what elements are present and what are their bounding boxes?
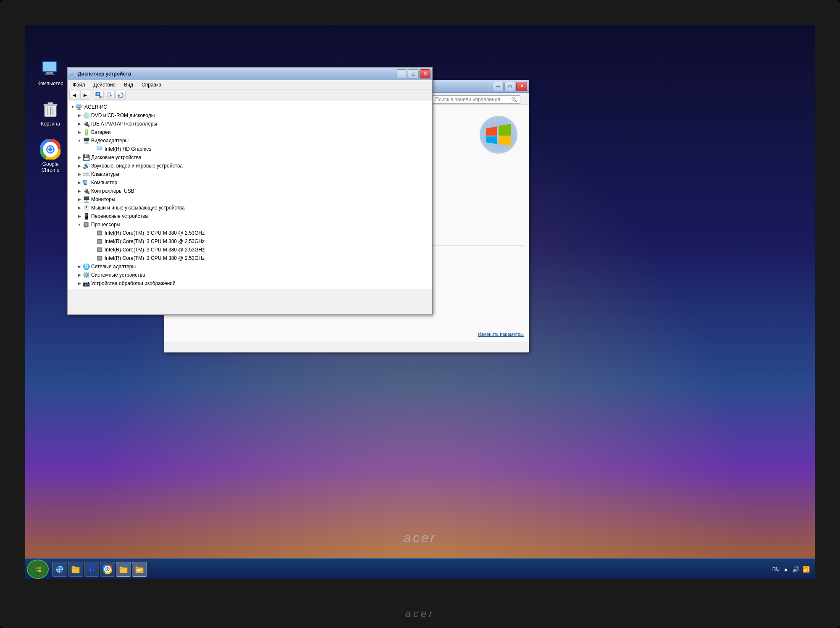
mouse-expand-icon[interactable]: ▶: [76, 204, 83, 211]
cpu2-icon: [96, 238, 103, 245]
cpu4-icon: [96, 255, 103, 262]
tree-item-usb[interactable]: ▶ 🔌 Контроллеры USB: [68, 187, 432, 195]
tree-item-keyboard[interactable]: ▶ ⌨️ Клавиатуры: [68, 170, 432, 178]
tree-item-computer[interactable]: ▶ Компьютер: [68, 178, 432, 187]
tree-item-cpu-3[interactable]: ▶ Intel(R) Core(TM) i3 CPU M 380 @ 2.53G…: [68, 246, 432, 254]
tree-item-cpu[interactable]: ▼: [68, 220, 432, 229]
intel-hd-icon: [96, 146, 103, 152]
tree-item-video[interactable]: ▼ 🖥️ Видеоадаптеры: [68, 136, 432, 145]
tree-item-imaging[interactable]: ▶ 📷 Устройства обработки изображений: [68, 279, 432, 288]
computer-expand-icon[interactable]: ▶: [76, 179, 83, 186]
taskbar-explorer-button[interactable]: [68, 562, 83, 577]
sysprops-change-btn-area: Изменить параметры: [169, 331, 524, 337]
tree-item-battery[interactable]: ▶ 🔋 Батареи: [68, 128, 432, 136]
tree-item-monitor[interactable]: ▶ 🖥️ Мониторы: [68, 195, 432, 204]
menu-view[interactable]: Вид: [121, 81, 136, 89]
toolbar-properties-button[interactable]: [94, 91, 104, 100]
monitor: Компьютер Корзина: [0, 0, 840, 628]
desktop-icon-trash[interactable]: Корзина: [34, 99, 67, 127]
devmgr-minimize-button[interactable]: ─: [396, 69, 407, 78]
tree-item-network[interactable]: ▶ 🌐 Сетевые адаптеры: [68, 262, 432, 271]
sysprops-maximize-button[interactable]: □: [504, 82, 515, 91]
tree-item-intel-hd[interactable]: ▶ Intel(R) HD Graphics: [68, 145, 432, 153]
tree-item-disk[interactable]: ▶ 💾 Дисковые устройства: [68, 153, 432, 162]
root-expand-icon[interactable]: ▼: [69, 104, 76, 110]
search-icon: 🔍: [511, 97, 517, 102]
svg-rect-23: [97, 93, 99, 95]
svg-rect-19: [70, 72, 73, 74]
devmgr-close-button[interactable]: ✕: [420, 69, 430, 78]
taskbar-speaker-icon[interactable]: 🔊: [792, 566, 799, 573]
taskbar-chrome-button[interactable]: [100, 562, 115, 577]
sysprops-minimize-button[interactable]: ─: [493, 82, 504, 91]
tree-disk-label: Дисковые устройства: [91, 154, 142, 160]
dvd-expand-icon[interactable]: ▶: [76, 112, 83, 119]
taskbar-media-button[interactable]: [84, 562, 99, 577]
tree-item-portable[interactable]: ▶ 📱 Переносные устройства: [68, 212, 432, 220]
tree-item-cpu-1[interactable]: ▶ Intel(R) Core(TM) i3 CPU M 380 @ 2.53G…: [68, 229, 432, 237]
menu-help[interactable]: Справка: [138, 81, 165, 89]
taskbar-folder2-button[interactable]: [132, 562, 147, 577]
keyboard-expand-icon[interactable]: ▶: [76, 171, 83, 178]
change-params-button[interactable]: Изменить параметры: [478, 332, 524, 337]
usb-expand-icon[interactable]: ▶: [76, 188, 83, 194]
trash-icon-label: Корзина: [41, 121, 60, 127]
portable-icon: 📱: [83, 213, 89, 220]
tree-imaging-label: Устройства обработки изображений: [91, 280, 176, 286]
video-expand-icon[interactable]: ▼: [76, 137, 83, 144]
ide-expand-icon[interactable]: ▶: [76, 120, 83, 127]
disk-expand-icon[interactable]: ▶: [76, 154, 83, 161]
toolbar-update-button[interactable]: [105, 91, 115, 100]
toolbar-refresh-button[interactable]: [116, 91, 126, 100]
svg-rect-1: [43, 62, 56, 71]
network-expand-icon[interactable]: ▶: [76, 263, 83, 270]
menu-action[interactable]: Действие: [90, 81, 119, 89]
svg-point-24: [99, 96, 102, 98]
cpu-expand-icon[interactable]: ▼: [76, 221, 83, 228]
tree-item-root[interactable]: ▼ ACER-PC: [68, 103, 432, 111]
toolbar-forward-button[interactable]: ▶: [80, 91, 90, 100]
chrome-icon: [40, 139, 60, 160]
desktop-icon-chrome[interactable]: GoogleChrome: [34, 139, 67, 173]
acer-logo: acer: [404, 530, 436, 546]
svg-rect-31: [97, 147, 101, 149]
tree-mouse-label: Мыши и иные указывающие устройства: [91, 205, 185, 211]
svg-rect-72: [137, 569, 142, 570]
battery-expand-icon[interactable]: ▶: [76, 129, 83, 136]
tree-system-label: Системные устройства: [91, 272, 145, 278]
tree-cpu3-label: Intel(R) Core(TM) i3 CPU M 380 @ 2.53GHz: [105, 247, 205, 253]
sysprops-close-button[interactable]: ✕: [516, 82, 527, 91]
desktop-icons: Компьютер Корзина: [34, 59, 67, 173]
desktop-icon-computer[interactable]: Компьютер: [34, 59, 67, 86]
sound-icon: 🔊: [83, 162, 89, 169]
imaging-expand-icon[interactable]: ▶: [76, 280, 83, 287]
dvd-icon: 💿: [83, 112, 89, 119]
svg-rect-28: [78, 108, 80, 109]
tree-item-ide[interactable]: ▶ 🔌 IDE ATA/ATAPI контроллеры: [68, 120, 432, 128]
tree-item-system[interactable]: ▶ ⚙️ Системные устройства: [68, 271, 432, 279]
taskbar-lang: RU: [772, 566, 780, 572]
system-expand-icon[interactable]: ▶: [76, 272, 83, 278]
toolbar-back-button[interactable]: ◀: [69, 91, 79, 100]
tree-item-dvd[interactable]: ▶ 💿 DVD и CD-ROM дисководы: [68, 111, 432, 120]
portable-expand-icon[interactable]: ▶: [76, 213, 83, 220]
svg-rect-44: [85, 227, 86, 228]
tree-item-mouse[interactable]: ▶ 🖱️ Мыши и иные указывающие устройства: [68, 204, 432, 212]
sysprops-search[interactable]: Поиск в панели управления 🔍: [432, 95, 520, 104]
tree-item-cpu-2[interactable]: ▶ Intel(R) Core(TM) i3 CPU M 380 @ 2.53G…: [68, 237, 432, 246]
tree-item-sound[interactable]: ▶ 🔊 Звуковые, видео и игровые устройства: [68, 162, 432, 170]
svg-rect-51: [98, 249, 101, 251]
sysprops-search-placeholder: Поиск в панели управления: [435, 97, 511, 102]
devmgr-titlebar[interactable]: Диспетчер устройств ─ □ ✕: [68, 68, 432, 80]
tree-network-label: Сетевые адаптеры: [91, 264, 136, 270]
start-button[interactable]: [27, 560, 49, 579]
taskbar-network-icon[interactable]: 📶: [803, 566, 810, 573]
monitor-expand-icon[interactable]: ▶: [76, 196, 83, 203]
tree-cpu1-label: Intel(R) Core(TM) i3 CPU M 380 @ 2.53GHz: [105, 230, 205, 236]
devmgr-maximize-button[interactable]: □: [408, 69, 419, 78]
taskbar-folder1-button[interactable]: [116, 562, 131, 577]
taskbar-ie-button[interactable]: [52, 562, 67, 577]
tree-item-cpu-4[interactable]: ▶ Intel(R) Core(TM) i3 CPU M 380 @ 2.53G…: [68, 254, 432, 262]
menu-file[interactable]: Файл: [69, 81, 89, 89]
sound-expand-icon[interactable]: ▶: [76, 162, 83, 169]
